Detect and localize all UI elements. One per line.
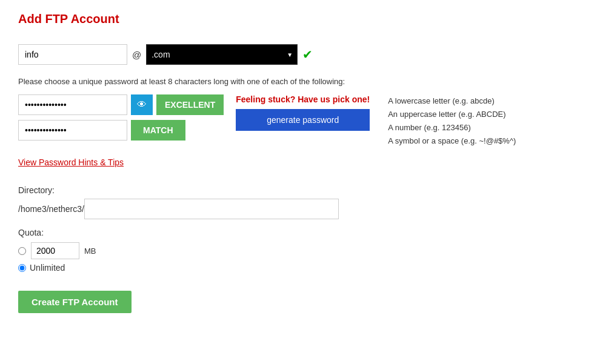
show-password-button[interactable]: 👁 (131, 94, 153, 115)
password-input-2[interactable] (18, 120, 127, 141)
domain-select[interactable]: .com (146, 44, 298, 65)
directory-input[interactable] (84, 199, 339, 219)
username-input[interactable] (18, 44, 127, 65)
checkmark-icon: ✔ (302, 47, 313, 62)
req-lowercase: A lowercase letter (e.g. abcde) (388, 94, 516, 108)
unlimited-label: Unlimited (30, 263, 65, 273)
generate-password-button[interactable]: generate password (236, 109, 370, 131)
password-section: 👁 EXCELLENT MATCH Feeling stuck? Have us… (18, 94, 582, 148)
quota-radio[interactable] (18, 247, 26, 255)
username-row: @ .com ✔ (18, 44, 582, 65)
create-ftp-account-button[interactable]: Create FTP Account (18, 291, 132, 313)
hints-link[interactable]: View Password Hints & Tips (18, 157, 124, 167)
req-symbol: A symbol or a space (e.g. ~!@#$%^) (388, 134, 516, 148)
password-inputs-col: 👁 EXCELLENT MATCH (18, 94, 224, 145)
unlimited-row: Unlimited (18, 263, 582, 273)
feeling-stuck-text: Feeling stuck? Have us pick one! (236, 94, 370, 104)
quota-label: Quota: (18, 228, 582, 237)
password-middle: Feeling stuck? Have us pick one! generat… (236, 94, 370, 131)
directory-prefix: /home3/netherc3/ (18, 204, 84, 214)
req-number: A number (e.g. 123456) (388, 121, 516, 134)
password-requirements: A lowercase letter (e.g. abcde) An upper… (388, 94, 516, 148)
quota-input[interactable] (31, 242, 79, 259)
req-uppercase: An uppercase letter (e.g. ABCDE) (388, 108, 516, 121)
mb-label: MB (84, 247, 96, 256)
hints-link-container: View Password Hints & Tips (18, 157, 582, 179)
directory-label: Directory: (18, 185, 582, 195)
password-hint-text: Please choose a unique password at least… (18, 77, 582, 86)
password-row-1: 👁 EXCELLENT (18, 94, 224, 115)
password-row-2: MATCH (18, 120, 224, 141)
unlimited-radio[interactable] (18, 264, 26, 272)
directory-section: Directory: /home3/netherc3/ (18, 185, 582, 219)
directory-row: /home3/netherc3/ (18, 199, 582, 219)
domain-select-wrapper: .com (146, 44, 298, 65)
eye-icon: 👁 (137, 99, 147, 110)
quota-section: Quota: MB Unlimited (18, 228, 582, 273)
quota-row: MB (18, 242, 582, 259)
password-match-badge: MATCH (131, 120, 185, 141)
password-input-1[interactable] (18, 94, 127, 115)
at-symbol: @ (132, 50, 141, 60)
page-title: Add FTP Account (18, 12, 582, 26)
password-strength-badge: EXCELLENT (156, 94, 224, 115)
